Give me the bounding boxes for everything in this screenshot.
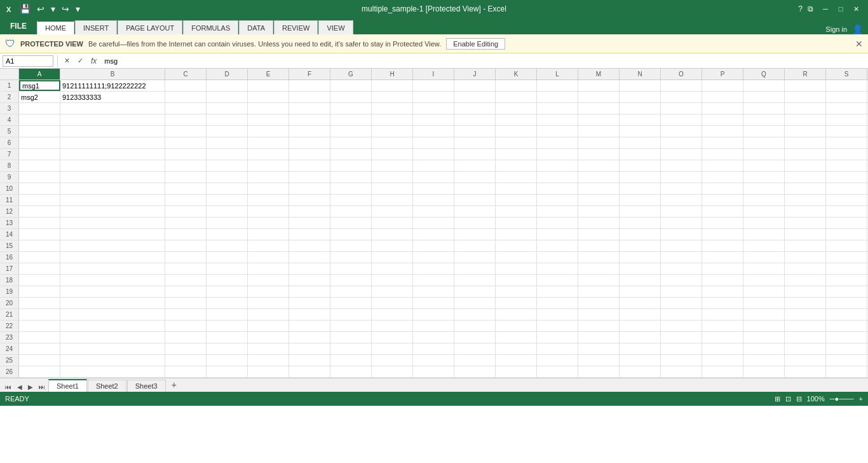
tab-page-layout[interactable]: PAGE LAYOUT	[118, 20, 182, 34]
cell-M23[interactable]	[578, 332, 620, 343]
row-num-13[interactable]: 13	[0, 218, 19, 228]
cell-A12[interactable]	[19, 206, 60, 217]
cell-K25[interactable]	[496, 355, 537, 366]
cell-F10[interactable]	[289, 183, 330, 194]
cell-G7[interactable]	[330, 149, 372, 160]
cell-A1[interactable]: msg1	[19, 80, 60, 91]
sheet-nav-first[interactable]: ⏮	[3, 382, 14, 392]
cell-N26[interactable]	[620, 366, 661, 377]
cell-F8[interactable]	[289, 160, 330, 171]
cell-O16[interactable]	[661, 252, 702, 263]
cell-J9[interactable]	[454, 172, 496, 183]
cell-I4[interactable]	[413, 114, 454, 125]
cell-B14[interactable]	[60, 229, 165, 240]
cell-H16[interactable]	[372, 252, 413, 263]
formula-input[interactable]	[102, 55, 865, 67]
cell-I1[interactable]	[413, 80, 454, 91]
cell-H1[interactable]	[372, 80, 413, 91]
cell-S2[interactable]	[826, 92, 867, 102]
cell-F1[interactable]	[289, 80, 330, 91]
row-num-17[interactable]: 17	[0, 263, 19, 274]
cell-I14[interactable]	[413, 229, 454, 240]
cell-N23[interactable]	[620, 332, 661, 343]
cell-P26[interactable]	[702, 366, 743, 377]
cell-C20[interactable]	[165, 298, 207, 308]
cell-N5[interactable]	[620, 126, 661, 137]
cell-K13[interactable]	[496, 218, 537, 228]
cell-S10[interactable]	[826, 183, 867, 194]
cell-P19[interactable]	[702, 286, 743, 297]
cell-D17[interactable]	[207, 263, 248, 274]
cell-L13[interactable]	[537, 218, 578, 228]
cell-F13[interactable]	[289, 218, 330, 228]
cell-K17[interactable]	[496, 263, 537, 274]
cell-E11[interactable]	[248, 195, 289, 205]
cell-M20[interactable]	[578, 298, 620, 308]
cell-Q20[interactable]	[743, 298, 785, 308]
cell-I17[interactable]	[413, 263, 454, 274]
cell-D15[interactable]	[207, 240, 248, 251]
cell-O15[interactable]	[661, 240, 702, 251]
cell-R2[interactable]	[785, 92, 826, 102]
tab-data[interactable]: DATA	[239, 20, 273, 34]
cell-G2[interactable]	[330, 92, 372, 102]
cell-G13[interactable]	[330, 218, 372, 228]
cell-P15[interactable]	[702, 240, 743, 251]
cell-P1[interactable]	[702, 80, 743, 91]
cell-H24[interactable]	[372, 343, 413, 354]
cell-I11[interactable]	[413, 195, 454, 205]
cell-F3[interactable]	[289, 103, 330, 114]
cell-Q14[interactable]	[743, 229, 785, 240]
cell-R3[interactable]	[785, 103, 826, 114]
cell-K18[interactable]	[496, 275, 537, 286]
cell-B8[interactable]	[60, 160, 165, 171]
cell-O19[interactable]	[661, 286, 702, 297]
cell-O7[interactable]	[661, 149, 702, 160]
cell-Q10[interactable]	[743, 183, 785, 194]
cell-N11[interactable]	[620, 195, 661, 205]
cell-E18[interactable]	[248, 275, 289, 286]
cell-Q13[interactable]	[743, 218, 785, 228]
cell-R9[interactable]	[785, 172, 826, 183]
cell-H23[interactable]	[372, 332, 413, 343]
cell-S8[interactable]	[826, 160, 867, 171]
cell-F9[interactable]	[289, 172, 330, 183]
cell-E26[interactable]	[248, 366, 289, 377]
cell-F11[interactable]	[289, 195, 330, 205]
cell-C19[interactable]	[165, 286, 207, 297]
cell-N17[interactable]	[620, 263, 661, 274]
cell-K5[interactable]	[496, 126, 537, 137]
cell-H4[interactable]	[372, 114, 413, 125]
cell-E7[interactable]	[248, 149, 289, 160]
row-num-25[interactable]: 25	[0, 355, 19, 366]
cell-A8[interactable]	[19, 160, 60, 171]
cell-M10[interactable]	[578, 183, 620, 194]
cell-B6[interactable]	[60, 137, 165, 148]
cell-F14[interactable]	[289, 229, 330, 240]
col-header-H[interactable]: H	[372, 69, 413, 79]
redo-button[interactable]: ↪	[60, 3, 71, 15]
cell-N16[interactable]	[620, 252, 661, 263]
cell-J22[interactable]	[454, 321, 496, 331]
cell-I6[interactable]	[413, 137, 454, 148]
cell-L9[interactable]	[537, 172, 578, 183]
cell-S21[interactable]	[826, 309, 867, 320]
cell-F5[interactable]	[289, 126, 330, 137]
cell-H20[interactable]	[372, 298, 413, 308]
col-header-S[interactable]: S	[826, 69, 867, 79]
cell-P8[interactable]	[702, 160, 743, 171]
cell-H21[interactable]	[372, 309, 413, 320]
cell-M24[interactable]	[578, 343, 620, 354]
cell-G3[interactable]	[330, 103, 372, 114]
cell-C18[interactable]	[165, 275, 207, 286]
cell-P22[interactable]	[702, 321, 743, 331]
cell-N1[interactable]	[620, 80, 661, 91]
cell-Q26[interactable]	[743, 366, 785, 377]
cell-E6[interactable]	[248, 137, 289, 148]
row-num-14[interactable]: 14	[0, 229, 19, 240]
cell-I10[interactable]	[413, 183, 454, 194]
cell-D13[interactable]	[207, 218, 248, 228]
col-header-I[interactable]: I	[413, 69, 454, 79]
cell-E3[interactable]	[248, 103, 289, 114]
cell-L26[interactable]	[537, 366, 578, 377]
